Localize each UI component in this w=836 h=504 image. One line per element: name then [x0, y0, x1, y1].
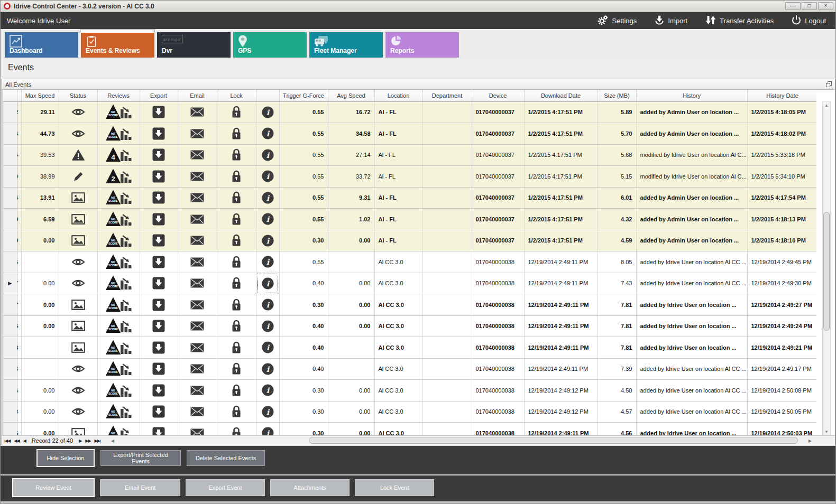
lock-button[interactable]: [217, 401, 256, 423]
row-selector[interactable]: [3, 401, 17, 423]
scroll-up-icon[interactable]: ▲: [823, 102, 830, 109]
review-score-icon[interactable]: NOSCORE: [97, 315, 140, 337]
email-button[interactable]: [178, 209, 217, 230]
scroll-left-icon[interactable]: ◀: [111, 438, 114, 443]
lock-event-button[interactable]: Lock Event: [355, 479, 434, 496]
maximize-button[interactable]: □: [802, 2, 817, 10]
row-selector[interactable]: [3, 380, 17, 402]
col-header-export[interactable]: Export: [140, 90, 178, 101]
review-score-icon[interactable]: NOSCORE: [97, 273, 140, 294]
lock-button[interactable]: [217, 273, 256, 294]
row-selector[interactable]: [3, 166, 17, 188]
info-button[interactable]: i: [256, 101, 279, 123]
info-button[interactable]: i: [256, 166, 279, 188]
lock-button[interactable]: [217, 123, 256, 145]
export-event-button[interactable]: Export Event: [186, 479, 265, 496]
lock-button[interactable]: [217, 209, 256, 230]
review-score-icon[interactable]: 2: [97, 166, 140, 188]
tab-dvr[interactable]: MERGEDvr: [157, 32, 231, 58]
transfer-activities-button[interactable]: Transfer Activities: [705, 15, 774, 26]
event-row[interactable]: 6NOSCOREi0.55Al CC 3.001704000003812/19/…: [3, 251, 816, 273]
export-button[interactable]: [140, 380, 178, 402]
lock-button[interactable]: [217, 251, 256, 273]
row-selector[interactable]: [3, 230, 17, 251]
lock-button[interactable]: [217, 230, 256, 251]
event-row[interactable]: ▶70.00NOSCOREi0.400.00Al CC 3.0017040000…: [3, 273, 816, 294]
export-button[interactable]: [140, 358, 178, 380]
email-button[interactable]: [178, 273, 217, 294]
row-selector[interactable]: ▶: [3, 273, 17, 294]
export-button[interactable]: [140, 209, 178, 230]
export-print-selected-events-button[interactable]: Export/Print Selected Events: [100, 450, 181, 466]
hide-selection-button[interactable]: Hide Selection: [36, 449, 95, 467]
lock-button[interactable]: [217, 337, 256, 359]
lock-button[interactable]: [217, 187, 256, 209]
row-selector[interactable]: [3, 144, 17, 166]
export-button[interactable]: [140, 230, 178, 251]
next-record-button[interactable]: ▶: [79, 438, 81, 443]
lock-button[interactable]: [217, 294, 256, 316]
col-header-status[interactable]: Status: [59, 90, 97, 101]
col-header-lock[interactable]: Lock: [217, 90, 256, 101]
email-button[interactable]: [178, 251, 217, 273]
row-selector[interactable]: [3, 337, 17, 359]
info-button[interactable]: i: [256, 315, 279, 337]
lock-button[interactable]: [217, 166, 256, 188]
col-header-size-mb-[interactable]: Size (MB): [598, 90, 636, 101]
import-button[interactable]: Import: [655, 15, 687, 26]
col-header-max-speed[interactable]: Max Speed: [21, 90, 59, 101]
logout-button[interactable]: Logout: [792, 15, 826, 26]
scroll-right-icon[interactable]: ▶: [809, 438, 812, 443]
export-button[interactable]: [140, 144, 178, 166]
event-row[interactable]: 06.59NOSCOREi0.551.02Al - FL017040000037…: [3, 209, 816, 230]
horizontal-scrollbar[interactable]: [116, 437, 804, 444]
event-row[interactable]: 60.00NOSCOREi0.300.00Al CC 3.00170400000…: [3, 423, 816, 437]
review-score-icon[interactable]: 4: [97, 144, 140, 166]
prev-record-button[interactable]: ◀: [23, 438, 26, 443]
row-selector[interactable]: [3, 123, 17, 145]
export-button[interactable]: [140, 251, 178, 273]
export-button[interactable]: [140, 294, 178, 316]
info-button[interactable]: i: [256, 380, 279, 402]
export-button[interactable]: [140, 123, 178, 145]
review-score-icon[interactable]: NOSCORE: [97, 358, 140, 380]
email-button[interactable]: [178, 144, 217, 166]
info-button[interactable]: i: [256, 358, 279, 380]
settings-button[interactable]: Settings: [598, 15, 637, 26]
lock-button[interactable]: [217, 358, 256, 380]
attachments-button[interactable]: Attachments: [270, 479, 350, 496]
export-button[interactable]: [140, 401, 178, 423]
minimize-button[interactable]: —: [785, 2, 801, 10]
lock-button[interactable]: [217, 144, 256, 166]
tab-gps[interactable]: GPS: [233, 32, 307, 58]
event-row[interactable]: 80.00NOSCOREi0.300.00Al CC 3.00170400000…: [3, 401, 816, 423]
email-button[interactable]: [178, 423, 217, 437]
last-record-button[interactable]: ▶▶|: [95, 438, 100, 443]
email-button[interactable]: [178, 380, 217, 402]
col-header-history[interactable]: History: [636, 90, 747, 101]
email-button[interactable]: [178, 230, 217, 251]
event-row[interactable]: 6NOSCOREi0.40Al CC 3.001704000003812/19/…: [3, 358, 816, 380]
tab-dashboard[interactable]: Dashboard: [5, 32, 78, 58]
close-button[interactable]: ×: [818, 2, 833, 10]
col-header-download-date[interactable]: Download Date: [524, 90, 598, 101]
tab-fleet-manager[interactable]: Fleet Manager: [309, 32, 383, 58]
export-button[interactable]: [140, 273, 178, 294]
review-score-icon[interactable]: NOSCORE: [97, 101, 140, 123]
event-row[interactable]: 8NOSCOREi0.40Al CC 3.001704000003812/19/…: [3, 337, 816, 359]
info-button[interactable]: i: [256, 187, 279, 209]
row-selector[interactable]: [3, 423, 17, 437]
email-button[interactable]: [178, 166, 217, 188]
info-button[interactable]: i: [256, 423, 279, 437]
review-score-icon[interactable]: NOSCORE: [97, 423, 140, 437]
review-score-icon[interactable]: NOSCORE: [97, 230, 140, 251]
email-button[interactable]: [178, 123, 217, 145]
lock-button[interactable]: [217, 315, 256, 337]
email-event-button[interactable]: Email Event: [100, 479, 180, 496]
col-header-avg-speed[interactable]: Avg Speed: [328, 90, 374, 101]
email-button[interactable]: [178, 294, 217, 316]
info-button[interactable]: i: [256, 401, 279, 423]
event-row[interactable]: 613.91NOSCOREi0.559.31Al - FL01704000003…: [3, 187, 816, 209]
col-header-email[interactable]: Email: [178, 90, 217, 101]
lock-button[interactable]: [217, 423, 256, 437]
